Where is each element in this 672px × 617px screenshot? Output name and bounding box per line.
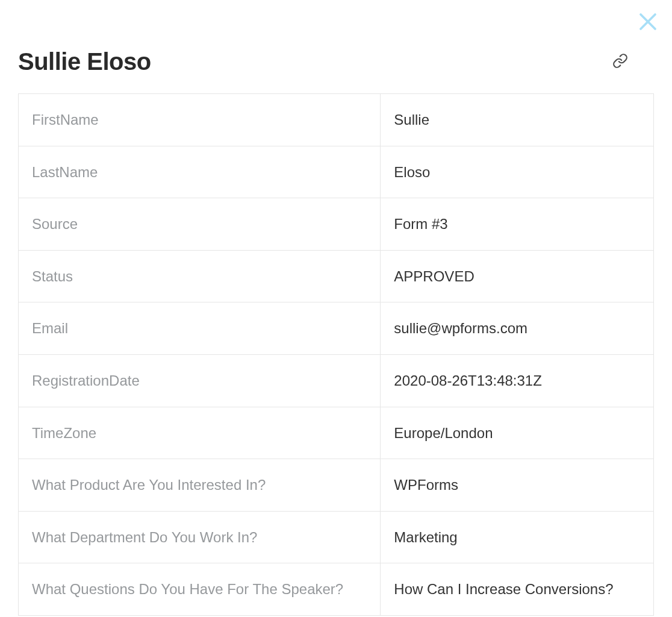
field-label: FirstName — [19, 94, 381, 146]
header-row: Sullie Eloso — [18, 48, 654, 75]
field-label: What Department Do You Work In? — [19, 511, 381, 563]
close-icon — [637, 11, 659, 35]
close-button[interactable] — [636, 11, 660, 35]
copy-link-button[interactable] — [611, 52, 630, 72]
field-label: RegistrationDate — [19, 354, 381, 407]
table-row: Email sullie@wpforms.com — [19, 302, 654, 355]
field-value: Marketing — [381, 511, 654, 563]
page-title: Sullie Eloso — [18, 48, 151, 75]
table-row: LastName Eloso — [19, 146, 654, 198]
content-wrapper: Sullie Eloso FirstName Sullie LastName E… — [0, 0, 672, 616]
field-value: 2020-08-26T13:48:31Z — [381, 354, 654, 407]
field-label: Email — [19, 302, 381, 355]
field-value: APPROVED — [381, 250, 654, 302]
field-value: WPForms — [381, 459, 654, 512]
table-row: What Product Are You Interested In? WPFo… — [19, 459, 654, 512]
table-row: FirstName Sullie — [19, 94, 654, 146]
field-label: TimeZone — [19, 407, 381, 459]
field-value: Sullie — [381, 94, 654, 146]
field-value: Form #3 — [381, 198, 654, 251]
field-label: What Product Are You Interested In? — [19, 459, 381, 512]
field-label: Status — [19, 250, 381, 302]
table-row: What Questions Do You Have For The Speak… — [19, 563, 654, 616]
table-row: Source Form #3 — [19, 198, 654, 251]
field-label: LastName — [19, 146, 381, 198]
field-value: How Can I Increase Conversions? — [381, 563, 654, 616]
field-value: sullie@wpforms.com — [381, 302, 654, 355]
details-table: FirstName Sullie LastName Eloso Source F… — [18, 93, 654, 616]
field-value: Eloso — [381, 146, 654, 198]
field-value: Europe/London — [381, 407, 654, 459]
field-label: Source — [19, 198, 381, 251]
table-row: What Department Do You Work In? Marketin… — [19, 511, 654, 563]
table-row: TimeZone Europe/London — [19, 407, 654, 459]
link-icon — [612, 53, 628, 71]
field-label: What Questions Do You Have For The Speak… — [19, 563, 381, 616]
table-row: Status APPROVED — [19, 250, 654, 302]
table-row: RegistrationDate 2020-08-26T13:48:31Z — [19, 354, 654, 407]
